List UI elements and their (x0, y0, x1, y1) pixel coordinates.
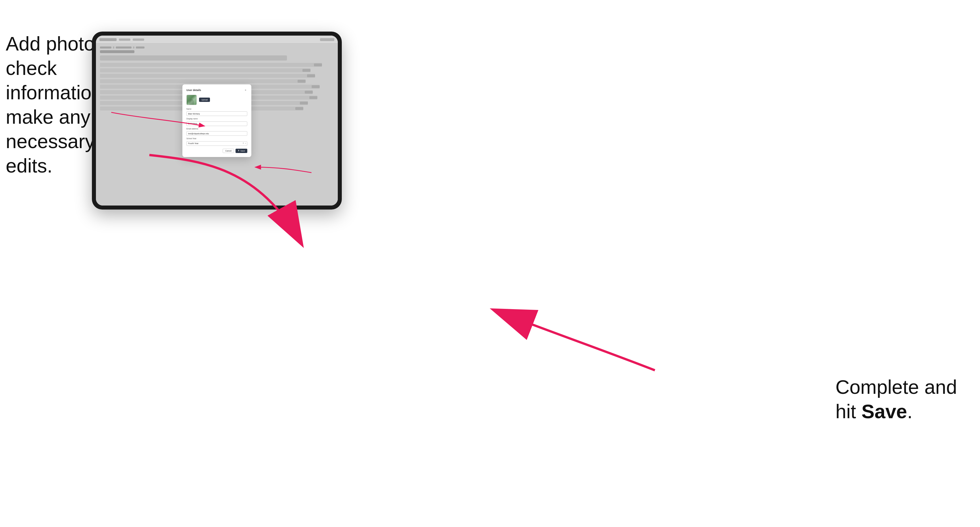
email-field-group: Email address (186, 128, 247, 136)
modal-header: User details × (186, 89, 247, 92)
close-button[interactable]: × (244, 89, 247, 92)
save-button[interactable]: ⬆ Save (235, 149, 247, 153)
school-year-select-wrapper: First Year Second Year Third Year Fourth… (186, 140, 247, 146)
annotation-right: Complete and hit Save. (835, 375, 957, 424)
modal-overlay: User details × Upload Name Dis (96, 36, 338, 206)
name-input[interactable] (186, 111, 247, 116)
tablet-screen: User details × Upload Name Dis (96, 36, 338, 206)
save-icon: ⬆ (238, 149, 240, 152)
display-name-label: Display name (186, 118, 247, 120)
name-label: Name (186, 108, 247, 110)
upload-button[interactable]: Upload (199, 98, 210, 102)
cancel-button[interactable]: Cancel (223, 149, 234, 153)
email-label: Email address (186, 128, 247, 130)
display-name-input[interactable] (186, 121, 247, 126)
school-year-select[interactable]: First Year Second Year Third Year Fourth… (186, 141, 247, 146)
school-year-label: School Year (186, 138, 247, 140)
modal-footer: Cancel ⬆ Save (186, 149, 247, 153)
modal-title: User details (186, 89, 201, 92)
school-year-field-group: School Year First Year Second Year Third… (186, 138, 247, 146)
chevron-down-icon: ⌄ (245, 142, 247, 144)
tablet-frame: User details × Upload Name Dis (92, 32, 342, 210)
photo-section: Upload (186, 95, 247, 105)
display-name-field-group: Display name (186, 118, 247, 126)
avatar (186, 95, 197, 105)
user-details-modal: User details × Upload Name Dis (182, 84, 251, 157)
name-field-group: Name (186, 108, 247, 116)
select-clear-icon[interactable]: × (243, 142, 244, 144)
email-input[interactable] (186, 131, 247, 136)
